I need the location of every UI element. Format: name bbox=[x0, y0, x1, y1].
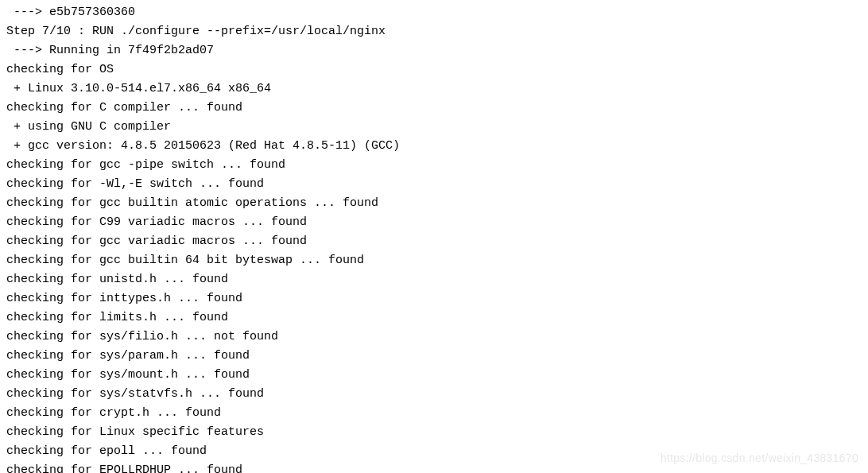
terminal-line: ---> Running in 7f49f2b2ad07 bbox=[6, 41, 862, 60]
terminal-line: checking for limits.h ... found bbox=[6, 308, 862, 328]
terminal-line: checking for gcc builtin atomic operatio… bbox=[6, 194, 862, 213]
watermark-text: https://blog.csdn.net/weixin_43831670 bbox=[661, 449, 858, 467]
terminal-line: checking for gcc variadic macros ... fou… bbox=[6, 232, 862, 251]
terminal-line: Step 7/10 : RUN ./configure --prefix=/us… bbox=[6, 22, 862, 41]
terminal-line: checking for C compiler ... found bbox=[6, 99, 862, 118]
terminal-line: checking for gcc -pipe switch ... found bbox=[6, 156, 862, 175]
terminal-output: ---> e5b757360360 Step 7/10 : RUN ./conf… bbox=[6, 3, 862, 473]
terminal-line: checking for sys/filio.h ... not found bbox=[6, 328, 862, 347]
terminal-line: + using GNU C compiler bbox=[6, 118, 862, 137]
terminal-line: checking for Linux specific features bbox=[6, 423, 862, 442]
terminal-line: checking for OS bbox=[6, 60, 862, 79]
terminal-line: checking for inttypes.h ... found bbox=[6, 289, 862, 308]
terminal-line: checking for sys/mount.h ... found bbox=[6, 366, 862, 385]
terminal-line: + gcc version: 4.8.5 20150623 (Red Hat 4… bbox=[6, 137, 862, 156]
terminal-line: checking for sys/statvfs.h ... found bbox=[6, 385, 862, 404]
terminal-line: checking for crypt.h ... found bbox=[6, 404, 862, 423]
terminal-line: checking for gcc builtin 64 bit byteswap… bbox=[6, 251, 862, 270]
terminal-line: checking for -Wl,-E switch ... found bbox=[6, 175, 862, 194]
terminal-line: ---> e5b757360360 bbox=[6, 3, 862, 22]
terminal-line: checking for sys/param.h ... found bbox=[6, 347, 862, 366]
terminal-line: + Linux 3.10.0-514.el7.x86_64 x86_64 bbox=[6, 79, 862, 99]
terminal-line: checking for unistd.h ... found bbox=[6, 270, 862, 289]
terminal-line: checking for C99 variadic macros ... fou… bbox=[6, 213, 862, 232]
